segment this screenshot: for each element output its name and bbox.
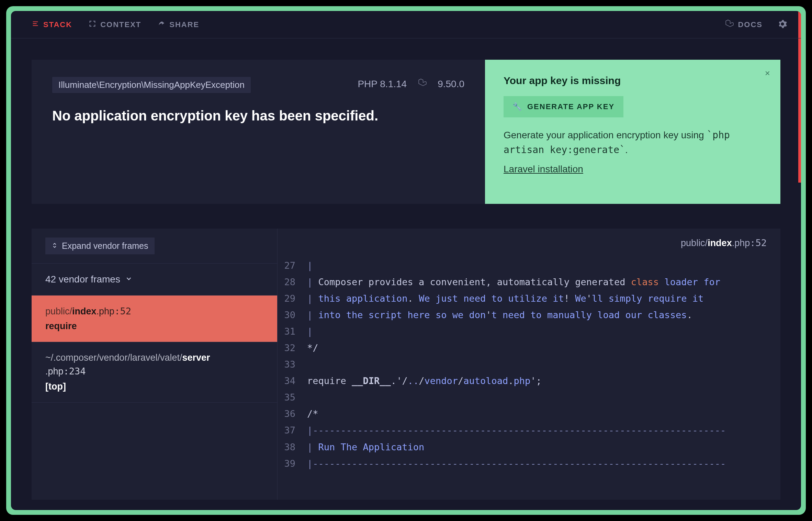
vendor-frames-toggle[interactable]: 42 vendor frames [32, 263, 277, 296]
code-line: 34require __DIR__.'/../vendor/autoload.p… [281, 373, 770, 389]
vendor-frames-label: 42 vendor frames [45, 274, 120, 285]
code-line: 38| Run The Application [281, 439, 770, 455]
tab-share-label: SHARE [169, 20, 199, 29]
code-line: 32*/ [281, 340, 770, 356]
stack-frame-active[interactable]: public/index.php:52 require [32, 296, 277, 342]
close-icon[interactable]: × [765, 68, 770, 79]
generate-button-label: GENERATE APP KEY [527, 102, 614, 111]
tab-context-label: CONTEXT [100, 20, 141, 29]
code-line: 37|-------------------------------------… [281, 422, 770, 439]
stack-icon [32, 20, 39, 30]
code-line: 29| this application. We just need to ut… [281, 290, 770, 307]
tab-stack-label: STACK [43, 20, 72, 29]
code-file-path: public/index.php:52 [278, 229, 780, 257]
frames-column: Expand vendor frames 42 vendor frames pu… [32, 229, 278, 500]
expand-label: Expand vendor frames [62, 241, 148, 251]
chevron-down-icon [125, 274, 133, 285]
code-line: 36/* [281, 406, 770, 422]
tab-share[interactable]: SHARE [158, 20, 199, 30]
expand-icon [89, 20, 96, 30]
docs-link[interactable]: DOCS [725, 19, 763, 30]
expand-vendor-frames-button[interactable]: Expand vendor frames [45, 238, 155, 254]
tab-stack[interactable]: STACK [32, 20, 72, 30]
code-viewer[interactable]: 27|28| Composer provides a convenient, a… [278, 257, 780, 472]
expand-collapse-icon [52, 241, 58, 251]
docs-label: DOCS [738, 20, 763, 29]
gear-icon[interactable] [778, 19, 787, 30]
top-nav: STACK CONTEXT SHARE DOCS [11, 11, 801, 38]
code-line: 28| Composer provides a convenient, auto… [281, 274, 770, 290]
laravel-icon [725, 19, 734, 30]
laravel-version: 9.50.0 [438, 79, 464, 90]
laravel-installation-link[interactable]: Laravel installation [504, 164, 583, 175]
code-line: 35 [281, 389, 770, 406]
code-line: 27| [281, 257, 770, 274]
share-icon [158, 20, 165, 30]
solution-description: Generate your application encryption key… [504, 128, 762, 158]
code-column: public/index.php:52 27|28| Composer prov… [278, 229, 780, 500]
exception-class: Illuminate\Encryption\MissingAppKeyExcep… [52, 77, 251, 93]
code-line: 39|-------------------------------------… [281, 455, 770, 472]
code-line: 31| [281, 323, 770, 340]
tab-context[interactable]: CONTEXT [89, 20, 141, 30]
wrench-icon: 🔧 [512, 102, 522, 111]
solution-title: Your app key is missing [504, 75, 762, 86]
solution-panel: × Your app key is missing 🔧 GENERATE APP… [485, 60, 780, 204]
stack-frame[interactable]: ~/.composer/vendor/laravel/valet/server … [32, 342, 277, 402]
exception-message: No application encryption key has been s… [52, 93, 464, 124]
code-line: 30| into the script here so we don't nee… [281, 307, 770, 323]
exception-panel: Illuminate\Encryption\MissingAppKeyExcep… [32, 60, 485, 204]
laravel-icon [418, 78, 427, 90]
php-version: PHP 8.1.14 [358, 79, 407, 90]
generate-app-key-button[interactable]: 🔧 GENERATE APP KEY [504, 96, 623, 117]
code-line: 33 [281, 356, 770, 373]
